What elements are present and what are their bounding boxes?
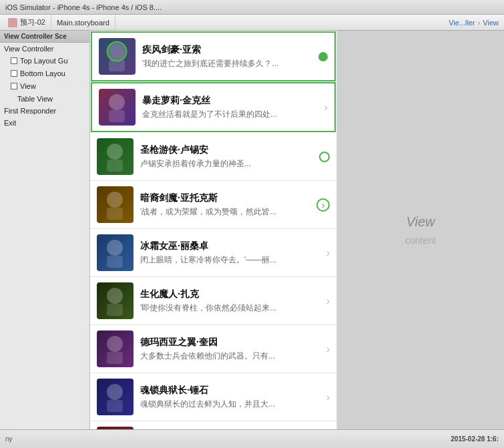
svg-point-11 [107, 288, 123, 304]
chevron-icon: › [326, 295, 330, 307]
list-item[interactable]: 圣枪游侠·卢锡安卢锡安承担着传承力量的神圣... [90, 133, 336, 181]
list-item[interactable]: 冰霜女巫·丽桑卓闭上眼睛，让寒冷将你夺去。'——丽...› [90, 229, 336, 277]
main-content: 疾风剑豪·亚索'我的进亡之旅到底还需要持续多久？...暴走萝莉·金克丝金克丝活着… [90, 31, 504, 429]
list-item[interactable]: 德玛西亚之翼·奎因大多数士兵会依赖他们的武器。只有...› [90, 325, 336, 373]
svg-rect-12 [107, 304, 123, 316]
svg-point-5 [107, 144, 123, 160]
table-list: 疾风剑豪·亚索'我的进亡之旅到底还需要持续多久？...暴走萝莉·金克丝金克丝活着… [90, 31, 337, 429]
bottom-status: ny [5, 435, 13, 443]
sidebar-item-first-responder[interactable]: First Responder [0, 105, 89, 117]
item-subtitle: 大多数士兵会依赖他们的武器。只有... [140, 351, 324, 362]
view-label: View [407, 214, 435, 230]
avatar [99, 38, 136, 75]
badge-circle [319, 152, 330, 162]
svg-point-9 [107, 240, 123, 256]
item-title: 疾风剑豪·亚索 [142, 44, 314, 56]
sidebar-item-top-layout[interactable]: Top Layout Gu [0, 55, 89, 67]
checkbox-top-layout[interactable] [11, 57, 17, 64]
breadcrumb-view[interactable]: View [483, 19, 499, 27]
breadcrumb: Vie...ller › View [446, 19, 501, 27]
sidebar-item-bottom-layout[interactable]: Bottom Layou [0, 67, 89, 80]
item-subtitle: 卢锡安承担着传承力量的神圣... [140, 158, 315, 170]
chevron-icon: › [326, 391, 330, 403]
svg-rect-10 [107, 256, 123, 268]
svg-rect-4 [109, 110, 125, 122]
badge-dot [318, 52, 328, 61]
svg-point-13 [107, 336, 123, 352]
bottom-timestamp: 2015-02-28 1:6: [451, 435, 499, 443]
item-subtitle: 金克丝活着就是为了不计后果的四处... [142, 109, 322, 120]
window-title: iOS Simulator - iPhone 4s - iPhone 4s / … [5, 3, 162, 11]
item-subtitle: '即使你没有脊柱，你依然必须站起来... [140, 302, 324, 314]
svg-point-3 [109, 94, 125, 110]
chevron-icon: › [326, 247, 330, 259]
list-item[interactable]: 魂锁典狱长·锤石魂锁典狱长的过去鲜为人知，并且大...› [90, 373, 336, 421]
tab-file[interactable]: 预习-02 [3, 15, 51, 30]
avatar [97, 186, 134, 223]
tab-storyboard[interactable]: Main.storyboard [51, 15, 115, 30]
sidebar-item-table-view[interactable]: Table View [0, 93, 89, 105]
svg-rect-16 [107, 400, 123, 412]
avatar [97, 379, 134, 415]
chevron-icon: › [324, 101, 328, 114]
tab-storyboard-label: Main.storyboard [57, 19, 109, 27]
avatar [97, 282, 134, 319]
bottom-right: 2015-02-28 1:6: [451, 435, 499, 443]
sidebar-item-view-controller[interactable]: View Controller [0, 43, 89, 55]
item-title: 冰霜女巫·丽桑卓 [140, 240, 324, 252]
sidebar-item-view[interactable]: View [0, 80, 89, 93]
tab-file-label: 预习-02 [20, 17, 45, 27]
chevron-icon: › [326, 343, 330, 355]
svg-point-7 [107, 192, 123, 208]
item-title: 生化魔人·扎克 [140, 288, 324, 300]
breadcrumb-controller[interactable]: Vie...ller [449, 19, 475, 27]
svg-point-0 [109, 43, 125, 59]
list-item[interactable]: 皮城执法官·蔚'真遗憾。我有两只拳头，但你的脸上...› [90, 421, 336, 429]
avatar [97, 138, 134, 175]
avatar [99, 89, 136, 126]
checkbox-bottom-layout[interactable] [11, 70, 17, 77]
list-item[interactable]: 暗裔剑魔·亚托克斯'战者，或为荣耀，或为赞颂，然此皆...› [90, 181, 336, 229]
avatar [97, 234, 134, 271]
svg-rect-6 [107, 160, 123, 172]
checkbox-view[interactable] [11, 83, 17, 89]
item-title: 暗裔剑魔·亚托克斯 [140, 192, 312, 204]
sidebar: View Controller Sce View Controller Top … [0, 31, 90, 429]
badge-chevron-circle: › [316, 198, 330, 212]
item-subtitle: 闭上眼睛，让寒冷将你夺去。'——丽... [140, 254, 324, 266]
item-subtitle: '我的进亡之旅到底还需要持续多久？... [142, 58, 314, 69]
sidebar-item-exit[interactable]: Exit [0, 117, 89, 129]
item-subtitle: 魂锁典狱长的过去鲜为人知，并且大... [140, 399, 324, 410]
bottom-bar: ny 2015-02-28 1:6: [0, 429, 504, 448]
item-title: 魂锁典狱长·锤石 [140, 385, 324, 397]
item-title: 暴走萝莉·金克丝 [142, 95, 322, 107]
list-item[interactable]: 生化魔人·扎克'即使你没有脊柱，你依然必须站起来...› [90, 277, 336, 325]
item-title: 圣枪游侠·卢锡安 [140, 144, 315, 156]
svg-rect-14 [107, 352, 123, 364]
avatar [97, 330, 134, 367]
item-title: 德玛西亚之翼·奎因 [140, 337, 324, 349]
content-label: content [405, 235, 436, 246]
list-item[interactable]: 疾风剑豪·亚索'我的进亡之旅到底还需要持续多久？... [91, 31, 336, 81]
tab-bar: 预习-02 Main.storyboard Vie...ller › View [0, 15, 504, 31]
bottom-left: ny [5, 435, 13, 443]
sidebar-header: View Controller Sce [0, 31, 89, 43]
svg-rect-8 [107, 208, 123, 220]
window-title-bar: iOS Simulator - iPhone 4s - iPhone 4s / … [0, 0, 504, 15]
svg-point-15 [107, 384, 123, 400]
right-panel: View content [337, 31, 504, 429]
list-item[interactable]: 暴走萝莉·金克丝金克丝活着就是为了不计后果的四处...› [91, 82, 336, 132]
item-subtitle: '战者，或为荣耀，或为赞颂，然此皆... [140, 206, 312, 218]
